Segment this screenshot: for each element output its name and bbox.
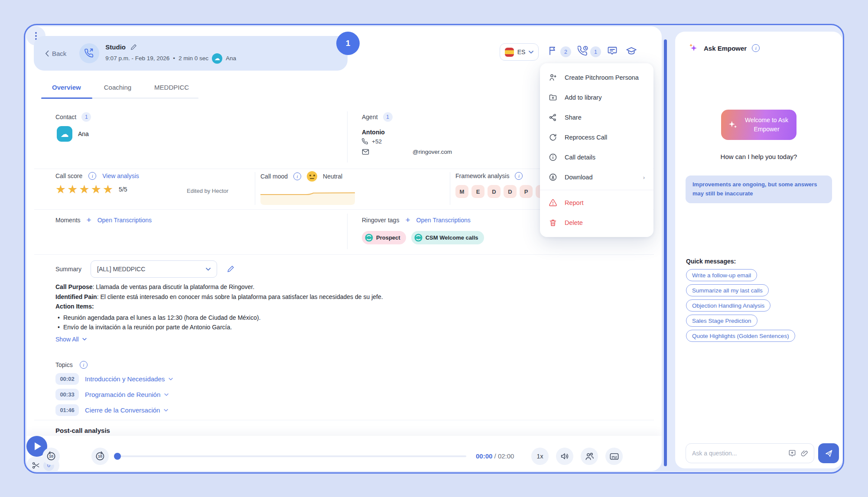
- edit-title-icon[interactable]: [130, 43, 137, 51]
- view-analysis-link[interactable]: View analysis: [102, 172, 139, 179]
- skip-amount: 10: [98, 454, 102, 458]
- dot-separator: •: [173, 55, 175, 62]
- menu-item-create-pitchroom-persona[interactable]: Create Pitchroom Persona: [540, 68, 653, 88]
- menu-item-label: Share: [565, 114, 582, 121]
- framework-letter-chip[interactable]: M: [455, 185, 468, 198]
- contact-agent-divider: [347, 111, 348, 162]
- tab-meddpicc[interactable]: MEDDPICC: [154, 84, 189, 91]
- language-code: ES: [517, 49, 526, 55]
- show-all-link[interactable]: Show All: [55, 336, 87, 343]
- graduation-cap-icon: [626, 45, 637, 57]
- chevron-down-icon: [529, 51, 533, 54]
- topic-timestamp[interactable]: 00:02: [55, 373, 79, 385]
- topic-title: Introducción y Necesidades: [85, 375, 165, 383]
- tags-open-transcriptions-link[interactable]: Open Transcriptions: [416, 217, 471, 224]
- quick-message-follow-up-email[interactable]: Write a follow-up email: [686, 269, 757, 281]
- add-moment-button[interactable]: +: [87, 216, 91, 224]
- add-tag-button[interactable]: +: [405, 216, 410, 224]
- tab-overview[interactable]: Overview: [52, 84, 81, 91]
- send-button[interactable]: [818, 443, 839, 463]
- menu-item-report[interactable]: Report: [540, 193, 653, 213]
- ringover-tags-label: Ringover tags: [362, 217, 399, 224]
- call-title: Studio: [105, 43, 126, 51]
- star-rating[interactable]: [55, 182, 114, 196]
- agent-phone: +52: [372, 138, 382, 145]
- topic-link[interactable]: Programación de Reunión: [85, 391, 169, 398]
- flag-marker-button[interactable]: [548, 45, 558, 56]
- framework-info-icon[interactable]: [515, 172, 523, 180]
- back-button[interactable]: Back: [45, 50, 66, 57]
- menu-item-reprocess-call[interactable]: Reprocess Call: [540, 127, 653, 147]
- call-score-info-icon[interactable]: [88, 172, 96, 180]
- quick-message-sales-stage[interactable]: Sales Stage Prediction: [686, 315, 757, 327]
- speakers-button[interactable]: [581, 448, 598, 465]
- topic-row: 01:46 Cierre de la Conversación: [55, 404, 168, 416]
- chevron-down-icon: [206, 268, 211, 271]
- spain-flag-icon: [505, 48, 514, 57]
- comments-button[interactable]: [607, 45, 618, 56]
- ask-question-input[interactable]: [692, 450, 784, 457]
- topic-timestamp[interactable]: 00:33: [55, 389, 79, 400]
- contact-avatar[interactable]: ☁: [57, 126, 72, 142]
- play-icon: [35, 442, 41, 450]
- forward-10-button[interactable]: 10: [91, 448, 109, 465]
- section-divider: [34, 254, 654, 255]
- seek-thumb[interactable]: [114, 453, 121, 460]
- language-selector[interactable]: ES: [500, 43, 539, 61]
- call-header: Back Studio 9:07 p.m. - Feb 19, 2026 • 2…: [34, 36, 348, 71]
- framework-letter-chip[interactable]: E: [471, 185, 484, 198]
- tab-coaching[interactable]: Coaching: [104, 84, 131, 91]
- playback-speed-button[interactable]: 1x: [531, 448, 549, 465]
- quick-message-objection-handling[interactable]: Objection Handling Analysis: [686, 299, 770, 312]
- welcome-banner-text: Welcome to Ask Empower: [742, 116, 791, 134]
- captions-button[interactable]: [605, 448, 623, 465]
- quick-message-quote-highlights[interactable]: Quote Highlights (Golden Sentences): [686, 330, 795, 342]
- topic-timestamp[interactable]: 01:46: [55, 404, 79, 416]
- contact-count-badge: 1: [81, 112, 91, 122]
- topic-link[interactable]: Cierre de la Conversación: [85, 406, 168, 414]
- topic-link[interactable]: Introducción y Necesidades: [85, 375, 173, 383]
- call-mood-info-icon[interactable]: [293, 172, 301, 180]
- download-circle-icon: [549, 173, 557, 182]
- framework-letter-chip[interactable]: D: [504, 185, 517, 198]
- summary-actions-label: Action Items:: [55, 302, 467, 312]
- phone-icon: [362, 138, 368, 145]
- attachment-icon[interactable]: [800, 449, 809, 458]
- ringover-tag-icon: [365, 234, 373, 242]
- edit-summary-icon[interactable]: [227, 265, 235, 273]
- mail-icon: [362, 149, 369, 155]
- accuracy-disclaimer: Improvements are ongoing, but some answe…: [686, 175, 832, 203]
- summary-template-select[interactable]: [ALL] MEDDPICC: [91, 260, 217, 278]
- summary-label: Summary: [55, 266, 81, 273]
- app-window: Back Studio 9:07 p.m. - Feb 19, 2026 • 2…: [24, 24, 844, 474]
- rewind-10-button[interactable]: 10: [42, 448, 60, 465]
- tag-prospect[interactable]: Prospect: [362, 231, 406, 244]
- menu-item-delete[interactable]: Delete: [540, 213, 653, 233]
- call-title-block: Studio 9:07 p.m. - Feb 19, 2026 • 2 min …: [105, 43, 236, 64]
- seek-bar[interactable]: [119, 455, 466, 457]
- framework-letter-chip[interactable]: P: [520, 185, 533, 198]
- menu-item-download[interactable]: Download ›: [540, 167, 653, 187]
- menu-item-call-details[interactable]: Call details: [540, 147, 653, 167]
- framework-letter-chip[interactable]: D: [488, 185, 501, 198]
- refresh-icon: [549, 133, 557, 142]
- score-mood-divider: [255, 172, 255, 205]
- moments-open-transcriptions-link[interactable]: Open Transcriptions: [98, 217, 152, 224]
- volume-button[interactable]: [556, 448, 573, 465]
- topic-title: Cierre de la Conversación: [85, 406, 160, 414]
- moments-label: Moments: [55, 217, 81, 224]
- menu-item-share[interactable]: Share: [540, 107, 653, 127]
- ask-empower-info-icon[interactable]: [752, 44, 760, 52]
- framework-analysis-label: Framework analysis: [455, 172, 509, 179]
- topics-info-icon[interactable]: [80, 361, 88, 369]
- back-label: Back: [52, 50, 66, 57]
- menu-item-label: Delete: [565, 219, 583, 226]
- menu-item-add-to-library[interactable]: Add to library: [540, 88, 653, 107]
- quick-message-summarize-calls[interactable]: Summarize all my last calls: [686, 284, 769, 296]
- coaching-button[interactable]: [626, 45, 637, 57]
- tour-step-badge[interactable]: 1: [336, 32, 360, 55]
- call-log-button[interactable]: [578, 45, 588, 56]
- add-snippet-icon[interactable]: [788, 449, 796, 458]
- main-scrollbar[interactable]: [664, 39, 667, 466]
- tag-csm-welcome-calls[interactable]: CSM Welcome calls: [411, 231, 484, 244]
